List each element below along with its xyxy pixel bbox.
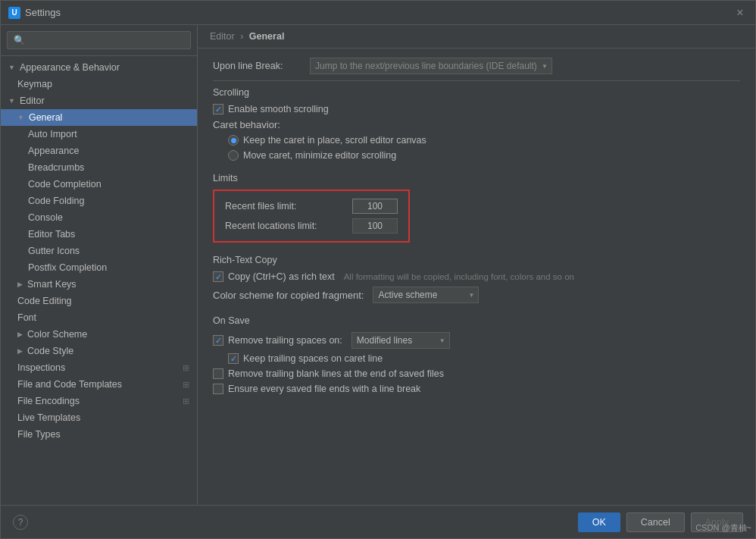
close-button[interactable]: × [733,5,748,20]
sidebar-label-appearance: Appearance [28,146,79,156]
sidebar-label-font: Font [17,312,36,323]
limits-title: Limits [213,173,740,183]
smooth-scrolling-label[interactable]: Enable smooth scrolling [213,104,329,114]
copy-rich-label[interactable]: Copy (Ctrl+C) as rich text [213,271,335,282]
sidebar-item-code-style[interactable]: ▶ Code Style [1,343,197,359]
recent-files-row: Recent files limit: [225,199,398,214]
caret-behavior-title: Caret behavior: [213,119,280,130]
nav-tree: ▼ Appearance & Behavior Keymap ▼ Editor … [1,56,197,505]
sidebar-item-code-folding[interactable]: Code Folding [1,193,197,209]
caret-option2-label[interactable]: Move caret, minimize editor scrolling [228,150,396,161]
expand-icon: ▼ [8,64,15,71]
breadcrumb: Editor › General [198,25,755,49]
remove-trailing-checkbox[interactable] [213,335,223,346]
caret-option1-radio[interactable] [228,135,239,146]
rich-text-title: Rich-Text Copy [213,255,740,265]
caret-option1-label[interactable]: Keep the caret in place, scroll editor c… [228,135,426,146]
sidebar-item-gutter-icons[interactable]: Gutter Icons [1,243,197,259]
recent-files-input[interactable] [352,199,398,214]
sidebar-label-gutter-icons: Gutter Icons [28,246,80,256]
sidebar-item-file-code-templates[interactable]: File and Code Templates ⊞ [1,376,197,393]
sidebar-item-appearance-behavior[interactable]: ▼ Appearance & Behavior [1,59,197,76]
copy-rich-text: Copy (Ctrl+C) as rich text [228,271,335,282]
cutoff-dropdown[interactable]: Jump to the next/previous line boundarie… [310,58,552,74]
smooth-scrolling-checkbox[interactable] [213,104,223,114]
sidebar-label-auto-import: Auto Import [28,129,77,139]
caret-behavior-label-row: Caret behavior: [213,119,740,130]
remove-trailing-dropdown-wrapper: Modified lines [351,332,450,349]
sidebar-item-code-editing[interactable]: Code Editing [1,293,197,309]
copy-rich-checkbox[interactable] [213,271,223,282]
sidebar-label-general: General [29,112,62,123]
keep-trailing-checkbox[interactable] [228,353,239,364]
watermark: CSDN @青柚~ [695,522,751,534]
sidebar-item-code-completion[interactable]: Code Completion [1,176,197,193]
sidebar-item-keymap[interactable]: Keymap [1,76,197,92]
copy-rich-row: Copy (Ctrl+C) as rich text All formattin… [213,271,740,282]
search-input[interactable] [7,31,191,49]
sidebar-item-color-scheme[interactable]: ▶ Color Scheme [1,326,197,343]
settings-dialog: U Settings × ▼ Appearance & Behavior Key… [0,0,756,539]
color-scheme-label: Color scheme for copied fragment: [213,290,364,301]
help-button[interactable]: ? [13,515,28,530]
scrolling-title: Scrolling [213,87,740,98]
scrolling-section: Scrolling Enable smooth scrolling Caret … [213,87,740,161]
remove-trailing-dropdown[interactable]: Modified lines [351,332,450,349]
color-scheme-dropdown-wrapper: Active scheme [373,287,479,303]
smooth-scrolling-row: Enable smooth scrolling [213,104,740,114]
sidebar-label-breadcrumbs: Breadcrumbs [28,162,84,173]
limits-box: Recent files limit: Recent locations lim… [213,190,410,243]
file-encodings-icon: ⊞ [183,396,189,406]
cancel-button[interactable]: Cancel [626,512,685,532]
recent-files-label: Recent files limit: [225,201,346,212]
sidebar-item-console[interactable]: Console [1,209,197,226]
sidebar-label-live-templates: Live Templates [17,412,80,423]
sidebar-label-postfix-completion: Postfix Completion [28,262,107,273]
sidebar-item-postfix-completion[interactable]: Postfix Completion [1,259,197,276]
inspections-icon: ⊞ [183,363,189,373]
keep-trailing-label[interactable]: Keep trailing spaces on caret line [228,353,383,364]
sidebar-label-file-types: File Types [17,429,61,440]
search-box [1,25,197,56]
title-bar-left: U Settings [8,7,61,19]
keep-trailing-text: Keep trailing spaces on caret line [243,353,383,364]
recent-locations-row: Recent locations limit: [225,218,398,233]
ensure-line-break-row: Ensure every saved file ends with a line… [213,384,740,394]
breadcrumb-separator: › [240,31,243,42]
sidebar-item-auto-import[interactable]: Auto Import [1,126,197,143]
ensure-line-break-checkbox[interactable] [213,384,223,394]
main-content: Editor › General Upon line Break: Jump t… [198,25,755,505]
sidebar-label-file-code-templates: File and Code Templates [17,379,122,390]
color-scheme-row: Color scheme for copied fragment: Active… [213,287,740,303]
sidebar-item-file-types[interactable]: File Types [1,426,197,443]
remove-trailing-label[interactable]: Remove trailing spaces on: [213,335,342,346]
limits-section: Limits Recent files limit: Recent locati… [213,173,740,243]
remove-blank-lines-label[interactable]: Remove trailing blank lines at the end o… [213,368,444,379]
dialog-footer: ? OK Cancel Apply [1,505,755,538]
sidebar-item-file-encodings[interactable]: File Encodings ⊞ [1,393,197,409]
sidebar-item-general[interactable]: ▼ General [1,109,197,126]
sidebar-label-editor-tabs: Editor Tabs [28,229,75,240]
sidebar-item-breadcrumbs[interactable]: Breadcrumbs [1,159,197,176]
sidebar-item-editor[interactable]: ▼ Editor [1,92,197,109]
ensure-line-break-label[interactable]: Ensure every saved file ends with a line… [213,384,420,394]
sidebar-label-keymap: Keymap [17,79,52,89]
breadcrumb-current: General [249,31,285,42]
cutoff-row: Upon line Break: Jump to the next/previo… [213,58,740,81]
sidebar-item-appearance[interactable]: Appearance [1,143,197,159]
recent-locations-input[interactable] [352,218,398,233]
sidebar-item-font[interactable]: Font [1,309,197,326]
sidebar-item-smart-keys[interactable]: ▶ Smart Keys [1,276,197,293]
caret-option2-radio[interactable] [228,150,239,161]
sidebar-label-code-style: Code Style [27,346,73,356]
color-scheme-dropdown[interactable]: Active scheme [373,287,479,303]
sidebar-item-inspections[interactable]: Inspections ⊞ [1,359,197,376]
sidebar-item-live-templates[interactable]: Live Templates [1,409,197,426]
ok-button[interactable]: OK [578,512,620,532]
ensure-line-break-text: Ensure every saved file ends with a line… [228,384,420,394]
on-save-title: On Save [213,315,740,326]
sidebar-item-editor-tabs[interactable]: Editor Tabs [1,226,197,243]
sidebar-label-smart-keys: Smart Keys [27,279,77,290]
caret-option2-text: Move caret, minimize editor scrolling [243,150,396,161]
remove-blank-lines-checkbox[interactable] [213,368,223,379]
